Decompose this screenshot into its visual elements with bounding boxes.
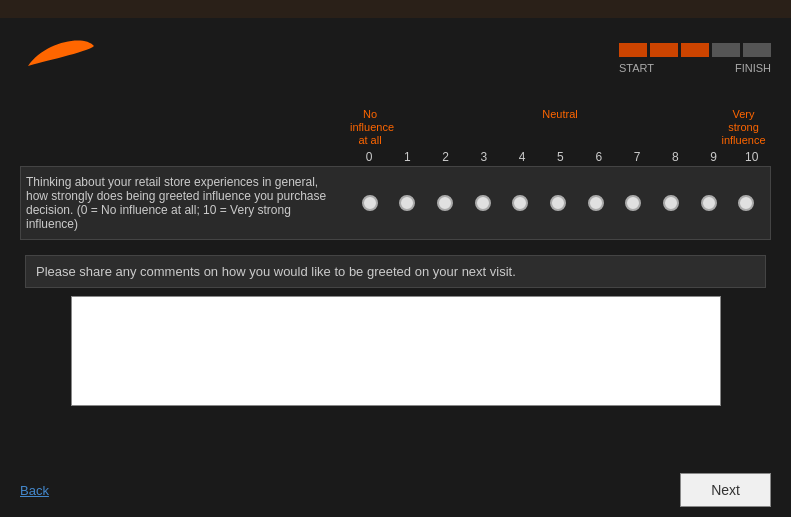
- numbers-row: 0 1 2 3 4 5 6 7 8 9 10: [20, 150, 771, 164]
- progress-segment-5: [743, 43, 771, 57]
- radio-container: [351, 195, 765, 211]
- main-content: No influence at all Neutral Very strong …: [0, 98, 791, 416]
- number-7: 7: [618, 150, 656, 164]
- number-1: 1: [388, 150, 426, 164]
- radio-5[interactable]: [550, 195, 566, 211]
- number-0: 0: [350, 150, 388, 164]
- scale-right-label: Very strong influence: [716, 108, 771, 148]
- radio-10[interactable]: [738, 195, 754, 211]
- radio-cell-7[interactable]: [614, 195, 652, 211]
- comment-section: Please share any comments on how you wou…: [20, 255, 771, 406]
- number-3: 3: [465, 150, 503, 164]
- radio-cell-3[interactable]: [464, 195, 502, 211]
- scale-left-label: No influence at all: [350, 108, 390, 148]
- number-8: 8: [656, 150, 694, 164]
- number-6: 6: [580, 150, 618, 164]
- progress-segment-2: [650, 43, 678, 57]
- radio-1[interactable]: [399, 195, 415, 211]
- radio-cell-10[interactable]: [727, 195, 765, 211]
- radio-7[interactable]: [625, 195, 641, 211]
- number-4: 4: [503, 150, 541, 164]
- progress-segment-1: [619, 43, 647, 57]
- next-button[interactable]: Next: [680, 473, 771, 507]
- number-9: 9: [694, 150, 732, 164]
- radio-0[interactable]: [362, 195, 378, 211]
- radio-3[interactable]: [475, 195, 491, 211]
- comment-textarea[interactable]: [71, 296, 721, 406]
- comment-label: Please share any comments on how you wou…: [25, 255, 766, 288]
- radio-4[interactable]: [512, 195, 528, 211]
- radio-cell-4[interactable]: [502, 195, 540, 211]
- question-text: Thinking about your retail store experie…: [26, 175, 351, 231]
- radio-cell-5[interactable]: [539, 195, 577, 211]
- number-5: 5: [541, 150, 579, 164]
- number-2: 2: [427, 150, 465, 164]
- progress-bar: [619, 43, 771, 57]
- header: START FINISH: [0, 18, 791, 98]
- radio-cell-6[interactable]: [577, 195, 615, 211]
- progress-segment-3: [681, 43, 709, 57]
- scale-neutral-label: Neutral: [535, 108, 585, 121]
- start-label: START: [619, 62, 654, 74]
- finish-label: FINISH: [735, 62, 771, 74]
- progress-segment-4: [712, 43, 740, 57]
- radio-9[interactable]: [701, 195, 717, 211]
- radio-cell-0[interactable]: [351, 195, 389, 211]
- question-row: Thinking about your retail store experie…: [20, 166, 771, 240]
- progress-area: START FINISH: [619, 43, 771, 74]
- progress-labels: START FINISH: [619, 62, 771, 74]
- radio-cell-8[interactable]: [652, 195, 690, 211]
- radio-2[interactable]: [437, 195, 453, 211]
- back-link[interactable]: Back: [20, 483, 49, 498]
- radio-6[interactable]: [588, 195, 604, 211]
- top-bar: [0, 0, 791, 18]
- bottom-nav: Back Next: [20, 473, 771, 507]
- radio-cell-1[interactable]: [389, 195, 427, 211]
- radio-8[interactable]: [663, 195, 679, 211]
- scale-header: No influence at all Neutral Very strong …: [20, 108, 771, 148]
- nike-logo: [20, 33, 100, 83]
- radio-cell-9[interactable]: [690, 195, 728, 211]
- radio-cell-2[interactable]: [426, 195, 464, 211]
- numbers-container: 0 1 2 3 4 5 6 7 8 9 10: [350, 150, 771, 164]
- number-10: 10: [733, 150, 771, 164]
